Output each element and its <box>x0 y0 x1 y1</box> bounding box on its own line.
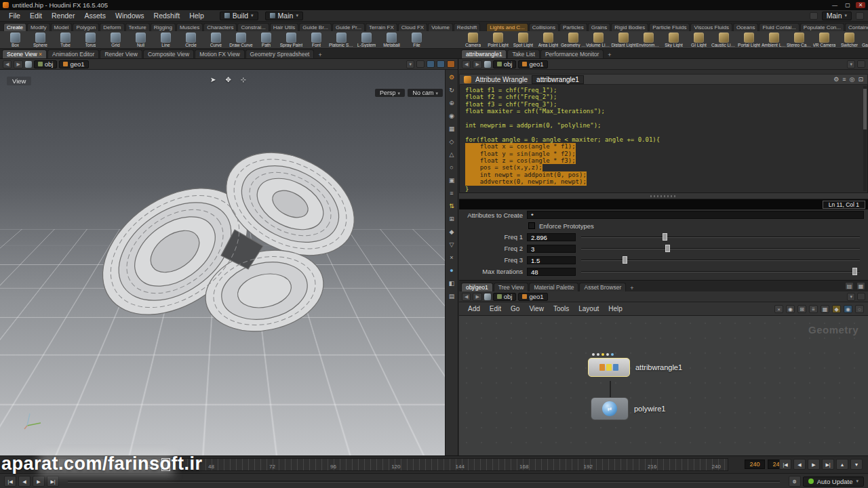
attributes-to-create-field[interactable]: * <box>527 211 864 219</box>
menu-item[interactable]: File <box>4 11 25 20</box>
shelf-tool[interactable]: Stereo Camera <box>787 32 812 47</box>
desktop-combo[interactable]: Main ▾ <box>265 12 303 20</box>
shelf-tool[interactable]: Tube <box>53 32 78 47</box>
viewport-tool-icon[interactable]: ◉ <box>447 111 457 121</box>
shelf-tool[interactable]: Spray Paint <box>279 32 304 47</box>
refresh-icon[interactable] <box>416 60 425 68</box>
new-tab-button[interactable]: + <box>627 285 637 291</box>
splitter-grip[interactable] <box>459 193 868 199</box>
forward-icon[interactable]: ▶ <box>14 60 22 68</box>
pane-tab[interactable]: Scene View <box>2 49 47 58</box>
path-node-chip[interactable]: geo1 <box>518 60 547 68</box>
path-root-chip[interactable]: obj <box>34 60 58 68</box>
step-button[interactable]: ▶| <box>47 476 59 487</box>
shelf-tool[interactable]: Camera <box>460 32 486 47</box>
pane-tab[interactable]: Performance Monitor <box>540 49 604 58</box>
viewport-tool-icon[interactable]: ◇ <box>447 137 457 146</box>
freq3-slider[interactable] <box>580 256 864 265</box>
network-menu-item[interactable]: Layout <box>574 304 604 313</box>
search-icon[interactable]: ◌ <box>855 305 864 313</box>
snapshot-icon[interactable] <box>447 60 455 68</box>
shelf-tool[interactable]: Torus <box>78 32 103 47</box>
shelf-tab[interactable]: Cloud FX <box>398 23 427 31</box>
forward-icon[interactable]: ▶ <box>473 60 481 68</box>
help-icon[interactable] <box>856 12 864 20</box>
shelf-tab[interactable]: Volume <box>428 23 453 31</box>
shelf-tool[interactable]: Curve <box>203 32 229 47</box>
presets-icon[interactable]: ≡ <box>842 76 846 83</box>
freq1-value-field[interactable]: 2.896 <box>527 233 576 241</box>
shelf-tool[interactable]: Box <box>3 32 28 47</box>
viewport-tool-icon[interactable]: ○ <box>447 163 457 172</box>
shelf-tool[interactable]: Sky Light <box>661 32 686 47</box>
network-menu-item[interactable]: View <box>524 304 549 313</box>
shelf-tool[interactable]: Distant Light <box>611 32 636 47</box>
viewport-tool-icon[interactable]: ⊞ <box>447 214 457 224</box>
node-flags[interactable] <box>592 353 614 356</box>
enforce-prototypes-checkbox[interactable] <box>528 222 535 229</box>
list-view-icon[interactable]: ≡ <box>809 305 818 313</box>
close-button[interactable]: ✕ <box>856 2 865 8</box>
transport-button[interactable]: ▼ <box>850 459 863 470</box>
pane-tab[interactable]: Tree View <box>494 283 529 291</box>
grid-snap-icon[interactable]: ⊞ <box>797 305 806 313</box>
pane-tab[interactable]: Geometry Spreadsheet <box>245 49 315 58</box>
shelf-tab[interactable]: Grains <box>588 23 611 31</box>
menu-item[interactable]: Windows <box>111 11 149 20</box>
shelf-tab[interactable]: Particle Fluids <box>649 23 690 31</box>
step-button[interactable]: |◀ <box>4 476 16 487</box>
path-root-chip[interactable]: obj <box>493 293 517 301</box>
shelf-tool[interactable]: Circle <box>178 32 203 47</box>
menu-item[interactable]: Assets <box>79 11 111 20</box>
shelf-tool[interactable]: Area Light <box>536 32 561 47</box>
shelf-tab[interactable]: Constrai... <box>237 23 269 31</box>
shelf-tool[interactable]: VR Camera <box>812 32 837 47</box>
vex-snippet-editor[interactable]: float f1 = chf("Freq_1");float f2 = chf(… <box>459 85 868 193</box>
back-icon[interactable]: ◀ <box>462 60 471 68</box>
shelf-tool[interactable]: Point Light <box>486 32 511 47</box>
path-node-chip[interactable]: geo1 <box>59 60 88 68</box>
transport-button[interactable]: ▶| <box>822 459 834 470</box>
menu-item[interactable]: Render <box>47 11 79 20</box>
shelf-tab[interactable]: Create <box>3 23 26 31</box>
network-menu-item[interactable]: Help <box>604 304 627 313</box>
layout-icon[interactable] <box>810 12 818 20</box>
shelf-tab[interactable]: Terrain FX <box>366 23 397 31</box>
shelf-tool[interactable]: Path <box>254 32 279 47</box>
3d-viewport[interactable]: View ➤ ✥ ⊹ Persp▾ No cam▾ ⚙↻⊕◉▦◇△○▣≡⇅⊞◆▽… <box>0 70 458 455</box>
transport-button[interactable]: ◀ <box>793 459 806 470</box>
node-attribwrangle1[interactable]: attribwrangle1 <box>588 358 682 377</box>
shelf-tool[interactable]: Sphere <box>28 32 53 47</box>
viewport-tool-icon[interactable]: ▣ <box>447 176 457 185</box>
viewport-tool-icon[interactable]: ⊕ <box>447 98 457 108</box>
timeline-ruler[interactable]: 24487296120144168192216240 <box>58 458 728 471</box>
persp-view-button[interactable]: Persp▾ <box>375 89 405 97</box>
shelf-tool[interactable]: Font <box>304 32 329 47</box>
freq2-slider[interactable] <box>580 244 864 253</box>
move-icon[interactable]: ✥ <box>225 76 231 83</box>
node-body[interactable]: ⇄ <box>591 397 629 420</box>
maximize-pane-icon[interactable]: ▤ <box>845 282 854 290</box>
viewport-tool-icon[interactable]: ▦ <box>447 124 457 134</box>
shelf-tab[interactable]: Guide Br... <box>299 23 332 31</box>
pin-icon[interactable] <box>857 60 865 68</box>
freq1-slider[interactable] <box>580 232 864 242</box>
cut-icon[interactable]: × <box>774 305 783 313</box>
new-tab-button[interactable]: + <box>604 52 614 58</box>
pane-tab[interactable]: Asset Browser <box>579 283 626 291</box>
shelf-tab[interactable]: Populate Con... <box>800 23 844 31</box>
shelf-tab[interactable]: Model <box>51 23 73 31</box>
viewport-tool-icon[interactable]: ▽ <box>447 240 457 249</box>
network-menu-item[interactable]: Tools <box>549 304 574 313</box>
pane-tab[interactable]: Animation Editor <box>47 49 99 58</box>
maximize-button[interactable]: ▢ <box>843 2 852 8</box>
node-name-field[interactable]: attribwrangle1 <box>532 75 584 84</box>
viewport-tool-icon[interactable]: ● <box>447 266 457 275</box>
viewport-tool-icon[interactable]: ◆ <box>447 227 457 237</box>
auto-update-combo[interactable]: Auto Update ▾ <box>803 476 864 487</box>
shelf-tab[interactable]: Texture <box>125 23 150 31</box>
shelf-tab[interactable]: Muscles <box>176 23 203 31</box>
shelf-tab[interactable]: Deform <box>100 23 124 31</box>
shelf-tool[interactable]: Platonic Solids <box>329 32 354 47</box>
pane-tab[interactable]: Motion FX View <box>195 49 244 58</box>
